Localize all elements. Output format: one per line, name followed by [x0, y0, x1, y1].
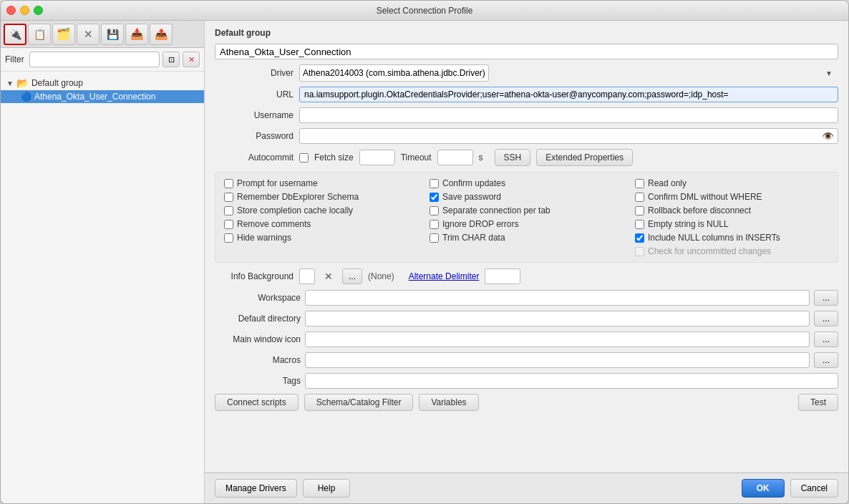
help-button[interactable]: Help: [303, 479, 351, 498]
hide-warnings-checkbox[interactable]: [224, 233, 233, 243]
folder-icon: 📂: [16, 77, 29, 89]
save-password-checkbox[interactable]: [430, 193, 439, 202]
minimize-button[interactable]: [20, 6, 29, 15]
cancel-button[interactable]: Cancel: [790, 479, 838, 498]
add-folder-icon: 🗂️: [57, 27, 71, 41]
macros-browse-button[interactable]: ...: [814, 352, 838, 368]
filter-input[interactable]: [29, 52, 160, 67]
separate-connection-checkbox[interactable]: [430, 206, 439, 215]
filter-bar: Filter ⊡ ✕: [1, 48, 204, 72]
import-button[interactable]: 📥: [125, 24, 148, 45]
ssh-button[interactable]: SSH: [495, 149, 531, 166]
macros-label: Macros: [215, 355, 301, 365]
driver-row: Driver Athena2014003 (com.simba.athena.j…: [215, 64, 838, 82]
default-dir-label: Default directory: [215, 314, 301, 324]
password-field-wrapper: 👁️: [299, 128, 838, 144]
main-window: Select Connection Profile 🔌 📋 🗂️ ✕: [0, 0, 849, 504]
confirm-updates-checkbox[interactable]: [430, 179, 439, 188]
alternate-delimiter-link[interactable]: Alternate Delimiter: [409, 271, 480, 281]
info-bg-color-box[interactable]: [299, 268, 315, 284]
variables-button[interactable]: Variables: [419, 394, 478, 411]
close-button[interactable]: [6, 6, 16, 15]
show-password-icon[interactable]: 👁️: [822, 130, 834, 142]
filter-clear-button[interactable]: ✕: [183, 52, 200, 67]
empty-string-null-checkbox[interactable]: [635, 220, 644, 229]
timeout-label: Timeout: [401, 152, 432, 163]
main-window-icon-browse-button[interactable]: ...: [814, 331, 838, 347]
check-uncommitted-label: Check for uncommitted changes: [648, 246, 771, 256]
tree-group-label: Default group: [31, 78, 83, 88]
driver-select[interactable]: Athena2014003 (com.simba.athena.jdbc.Dri…: [299, 64, 489, 82]
remember-schema-item: Remember DbExplorer Schema: [224, 192, 418, 202]
sidebar: 🔌 📋 🗂️ ✕ 💾 📥 📤: [1, 21, 205, 503]
url-label: URL: [215, 89, 293, 100]
tags-input[interactable]: [305, 373, 838, 389]
confirm-dml-checkbox[interactable]: [635, 193, 644, 202]
remember-schema-checkbox[interactable]: [224, 193, 233, 202]
remove-comments-item: Remove comments: [224, 219, 418, 229]
options-row: Autocommit Fetch size Timeout s SSH Exte…: [215, 149, 838, 166]
tree-group-header[interactable]: ▼ 📂 Default group: [1, 76, 204, 90]
workspace-input[interactable]: [305, 290, 810, 306]
maximize-button[interactable]: [34, 6, 43, 15]
store-completion-checkbox[interactable]: [224, 206, 233, 215]
fetch-size-input[interactable]: [359, 150, 395, 165]
connection-name-input[interactable]: [215, 44, 838, 59]
confirm-updates-item: Confirm updates: [430, 178, 624, 188]
empty-string-null-label: Empty string is NULL: [648, 219, 729, 229]
default-dir-browse-button[interactable]: ...: [814, 311, 838, 326]
rollback-disconnect-checkbox[interactable]: [635, 206, 644, 215]
sidebar-toolbar: 🔌 📋 🗂️ ✕ 💾 📥 📤: [1, 21, 204, 48]
hide-warnings-label: Hide warnings: [237, 233, 291, 243]
copy-connection-button[interactable]: 📋: [28, 24, 51, 45]
save-icon: 💾: [107, 29, 119, 40]
copy-icon: 📋: [34, 29, 46, 40]
read-only-label: Read only: [648, 178, 687, 188]
timeout-input[interactable]: [437, 150, 473, 165]
include-null-cols-checkbox[interactable]: [635, 233, 644, 243]
footer: Manage Drivers Help OK Cancel: [205, 472, 848, 503]
workspace-browse-button[interactable]: ...: [814, 290, 838, 306]
password-input[interactable]: [299, 128, 838, 144]
info-bg-more-button[interactable]: ...: [342, 268, 362, 284]
macros-input[interactable]: [305, 352, 810, 368]
alternate-delimiter-input[interactable]: [485, 268, 520, 284]
ignore-drop-item: Ignore DROP errors: [430, 219, 624, 229]
group-header: Default group: [215, 28, 838, 38]
info-bg-clear-button[interactable]: ✕: [321, 268, 336, 284]
save-button[interactable]: 💾: [101, 24, 124, 45]
ok-button[interactable]: OK: [742, 479, 785, 498]
trim-char-checkbox[interactable]: [430, 233, 439, 243]
default-dir-input[interactable]: [305, 311, 810, 326]
window-title: Select Connection Profile: [377, 6, 473, 16]
filter-apply-button[interactable]: ⊡: [162, 52, 180, 67]
remove-comments-checkbox[interactable]: [224, 220, 233, 229]
main-window-icon-input[interactable]: [305, 331, 810, 347]
manage-drivers-button[interactable]: Manage Drivers: [215, 479, 297, 498]
export-button[interactable]: 📤: [150, 24, 173, 45]
username-input[interactable]: [299, 107, 838, 123]
autocommit-checkbox[interactable]: [299, 153, 309, 163]
test-button[interactable]: Test: [798, 394, 838, 411]
check-uncommitted-checkbox[interactable]: [635, 247, 644, 256]
url-input[interactable]: [299, 87, 838, 102]
right-panel: Default group Driver Athena2014003 (com.…: [205, 21, 848, 503]
tree-area: ▼ 📂 Default group 🔵 Athena_Okta_User_Con…: [1, 72, 204, 503]
delete-button[interactable]: ✕: [77, 24, 100, 45]
username-row: Username: [215, 107, 838, 123]
new-connection-button[interactable]: 🔌: [4, 24, 26, 45]
tree-item-connection[interactable]: 🔵 Athena_Okta_User_Connection: [1, 90, 204, 103]
store-completion-label: Store completion cache locally: [237, 205, 353, 215]
extended-properties-button[interactable]: Extended Properties: [536, 149, 633, 166]
ignore-drop-checkbox[interactable]: [430, 220, 439, 229]
read-only-checkbox[interactable]: [635, 179, 644, 188]
prompt-username-checkbox[interactable]: [224, 179, 233, 188]
tree-group-default: ▼ 📂 Default group 🔵 Athena_Okta_User_Con…: [1, 74, 204, 105]
rollback-disconnect-item: Rollback before disconnect: [635, 205, 829, 215]
connect-scripts-button[interactable]: Connect scripts: [215, 394, 299, 411]
schema-filter-button[interactable]: Schema/Catalog Filter: [304, 394, 414, 411]
tree-item-label: Athena_Okta_User_Connection: [34, 92, 155, 102]
add-folder-button[interactable]: 🗂️: [52, 24, 75, 45]
save-password-item: Save password: [430, 192, 624, 202]
url-row: URL: [215, 87, 838, 102]
